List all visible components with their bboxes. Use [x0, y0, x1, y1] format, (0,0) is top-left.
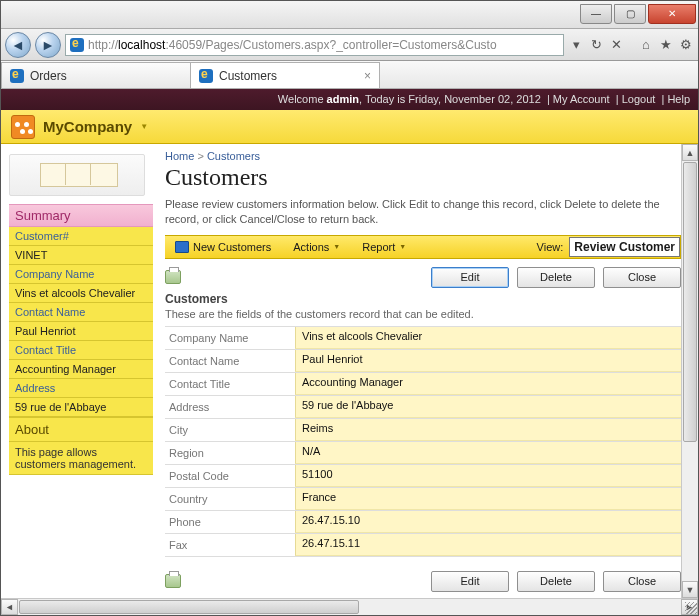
tools-icon[interactable]: ⚙: [678, 37, 694, 53]
field-label: Postal Code: [165, 467, 295, 485]
field-value: N/A: [295, 442, 681, 464]
sidebar-label-contact-name: Contact Name: [9, 303, 153, 322]
toolbar: New Customers Actions ▼ Report ▼ View: R…: [165, 235, 681, 259]
print-icon[interactable]: [165, 270, 181, 284]
field-label: Contact Name: [165, 352, 295, 370]
vertical-scrollbar[interactable]: ▲ ▼: [681, 144, 698, 598]
sidebar-summary-header: Summary: [9, 204, 153, 227]
address-bar[interactable]: http://localhost:46059/Pages/Customers.a…: [65, 34, 564, 56]
field-value: 59 rue de l'Abbaye: [295, 396, 681, 418]
field-value: Vins et alcools Chevalier: [295, 327, 681, 349]
new-customers-button[interactable]: New Customers: [165, 236, 281, 258]
sidebar-label-customer-number: Customer#: [9, 227, 153, 246]
brand-dropdown-icon[interactable]: ▼: [140, 122, 148, 131]
favorites-icon[interactable]: ★: [658, 37, 674, 53]
url-prefix: http://: [88, 38, 118, 52]
scroll-up-icon[interactable]: ▲: [682, 144, 698, 161]
page-intro: Please review customers information belo…: [165, 197, 665, 227]
sidebar-label-address: Address: [9, 379, 153, 398]
scroll-thumb[interactable]: [19, 600, 359, 614]
ie-favicon-icon: [10, 69, 24, 83]
field-label: Phone: [165, 513, 295, 531]
company-name[interactable]: MyCompany: [43, 118, 132, 135]
tab-close-icon[interactable]: ×: [364, 69, 371, 83]
tab-label: Customers: [219, 69, 277, 83]
help-link[interactable]: Help: [667, 93, 690, 105]
home-icon[interactable]: ⌂: [638, 37, 654, 53]
breadcrumb-sep: >: [197, 150, 203, 162]
breadcrumb: Home > Customers: [165, 150, 681, 162]
back-button[interactable]: ◄: [5, 32, 31, 58]
sidebar: Summary Customer# VINET Company Name Vin…: [1, 144, 153, 598]
toolbar-new-label: New Customers: [193, 241, 271, 253]
field-value: 51100: [295, 465, 681, 487]
breadcrumb-current: Customers: [207, 150, 260, 162]
horizontal-scrollbar[interactable]: ◄ ►: [1, 598, 698, 615]
brand-bar: MyCompany ▼: [1, 110, 698, 144]
field-value: 26.47.15.11: [295, 534, 681, 556]
tab-customers[interactable]: Customers ×: [190, 62, 380, 88]
ie-favicon-icon: [70, 38, 84, 52]
username: admin: [327, 93, 359, 105]
fields-grid: Company NameVins et alcools Chevalier Co…: [165, 326, 681, 557]
sidebar-value-contact-name: Paul Henriot: [9, 322, 153, 341]
refresh-icon[interactable]: ↻: [588, 37, 604, 53]
date-text: , Today is Friday, November 02, 2012: [359, 93, 541, 105]
sidebar-about-header: About: [9, 417, 153, 442]
scroll-thumb[interactable]: [683, 162, 697, 442]
forward-button[interactable]: ►: [35, 32, 61, 58]
print-icon[interactable]: [165, 574, 181, 588]
field-label: Fax: [165, 536, 295, 554]
window-maximize-button[interactable]: ▢: [614, 4, 646, 24]
chevron-down-icon: ▼: [399, 243, 406, 250]
sidebar-value-address: 59 rue de l'Abbaye: [9, 398, 153, 417]
delete-button[interactable]: Delete: [517, 267, 595, 288]
sidebar-value-company-name: Vins et alcools Chevalier: [9, 284, 153, 303]
section-description: These are the fields of the customers re…: [165, 308, 681, 320]
browser-tabs: Orders Customers ×: [1, 61, 698, 89]
window-minimize-button[interactable]: —: [580, 4, 612, 24]
chevron-down-icon: ▼: [333, 243, 340, 250]
toolbar-report-label: Report: [362, 241, 395, 253]
welcome-text: Welcome: [278, 93, 327, 105]
tab-label: Orders: [30, 69, 67, 83]
report-menu[interactable]: Report ▼: [352, 236, 416, 258]
my-account-link[interactable]: My Account: [553, 93, 610, 105]
window-titlebar[interactable]: — ▢ ✕: [1, 1, 698, 29]
field-value: Reims: [295, 419, 681, 441]
field-label: Region: [165, 444, 295, 462]
url-host: localhost: [118, 38, 165, 52]
close-button[interactable]: Close: [603, 267, 681, 288]
window-close-button[interactable]: ✕: [648, 4, 696, 24]
edit-button[interactable]: Edit: [431, 267, 509, 288]
breadcrumb-home[interactable]: Home: [165, 150, 194, 162]
view-selector[interactable]: Review Customer: [569, 237, 680, 257]
actions-menu[interactable]: Actions ▼: [283, 236, 350, 258]
stop-icon[interactable]: ✕: [608, 37, 624, 53]
resize-handle-icon[interactable]: [685, 602, 697, 614]
close-button-bottom[interactable]: Close: [603, 571, 681, 592]
sidebar-about-text: This page allows customers management.: [9, 442, 153, 475]
field-label: City: [165, 421, 295, 439]
field-value: 26.47.15.10: [295, 511, 681, 533]
new-record-icon: [175, 241, 189, 253]
edit-button-bottom[interactable]: Edit: [431, 571, 509, 592]
delete-button-bottom[interactable]: Delete: [517, 571, 595, 592]
scroll-down-icon[interactable]: ▼: [682, 581, 698, 598]
field-value: Accounting Manager: [295, 373, 681, 395]
main-content: Home > Customers Customers Please review…: [153, 144, 681, 598]
field-value: France: [295, 488, 681, 510]
view-label: View:: [537, 241, 568, 253]
field-label: Address: [165, 398, 295, 416]
sidebar-label-contact-title: Contact Title: [9, 341, 153, 360]
field-label: Country: [165, 490, 295, 508]
sidebar-value-customer-number: VINET: [9, 246, 153, 265]
sidebar-value-contact-title: Accounting Manager: [9, 360, 153, 379]
search-dropdown-icon[interactable]: ▾: [568, 37, 584, 53]
tab-orders[interactable]: Orders: [1, 62, 191, 88]
logout-link[interactable]: Logout: [622, 93, 656, 105]
field-label: Contact Title: [165, 375, 295, 393]
scroll-left-icon[interactable]: ◄: [1, 599, 18, 615]
field-value: Paul Henriot: [295, 350, 681, 372]
field-label: Company Name: [165, 329, 295, 347]
